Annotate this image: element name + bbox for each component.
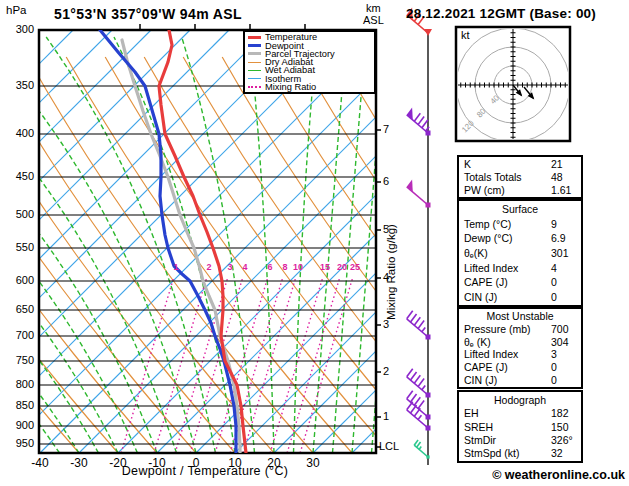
temp-tick-label: 20 [257,456,291,470]
km-tick-label: 3 [383,318,389,330]
asl-axis-unit: ASL [363,14,384,26]
stats-row: CIN (J)0 [459,289,581,304]
stats-value: 150 [551,421,569,433]
stats-value: 0 [551,361,557,373]
stats-value: 48 [551,171,563,183]
temp-tick-label: -20 [101,456,135,470]
mixing-ratio-line [287,278,340,453]
legend-swatch [248,70,261,71]
stats-value: 301 [551,247,569,259]
wet-adiabat-line [250,37,275,453]
stats-value: 304 [551,336,569,348]
temp-tick-label: -40 [23,456,57,470]
stats-label: θₑ (K) [464,336,491,348]
copyright: © weatheronline.co.uk [455,468,625,482]
stats-value: 3 [551,348,557,360]
stats-label: EH [464,407,479,419]
km-tick-label: 7 [383,123,389,135]
lcl-label: LCL [379,440,399,452]
legend-swatch [248,62,261,63]
dry-adiabat-line [0,57,157,453]
stats-label: CIN (J) [464,291,497,303]
stats-value: 182 [551,407,569,419]
stats-value: 326° [551,434,573,446]
datetime-label: 28.12.2021 12GMT (Base: 00) [406,6,596,21]
wet-adiabat-line [114,37,235,453]
temp-tick-label: -30 [62,456,96,470]
stats-table-header: Most Unstable [459,310,581,323]
pressure-tick-label: 750 [0,354,34,366]
stats-row: StmDir326° [459,433,581,446]
stats-row: SREH150 [459,420,581,433]
stats-label: θₑ(K) [464,247,488,259]
pressure-tick-label: 550 [0,241,34,253]
km-tick-label: 6 [383,175,389,187]
stats-row: CIN (J)0 [459,373,581,386]
stats-row: Dewp (°C)6.9 [459,231,581,246]
stats-label: Pressure (mb) [464,323,531,335]
barb-marker [426,131,431,136]
dry-adiabat-line [0,57,40,453]
dry-adiabat-line [0,57,118,453]
mixing-ratio-value: 25 [347,262,363,272]
mixing-ratio-value: 1 [168,262,184,272]
stats-row: CAPE (J)0 [459,361,581,374]
stats-label: Totals Totals [464,171,522,183]
wind-barb [407,311,431,340]
temp-tick-label: -10 [140,456,174,470]
stats-row: PW (cm)1.61 [459,183,581,196]
stats-table-header: Surface [459,202,581,217]
pressure-tick-label: 800 [0,378,34,390]
legend-label: Mixing Ratio [265,83,316,91]
stats-row: EH182 [459,406,581,419]
stats-value: 21 [551,158,563,170]
wet-adiabat-line [411,37,444,453]
isotherm-line [0,30,229,453]
stats-row: Totals Totals48 [459,171,581,184]
stats-value: 0 [551,276,557,288]
stats-table: HodographEH182SREH150StmDir326°StmSpd (k… [457,390,583,463]
mixing-ratio-value: 10 [290,262,306,272]
wind-barb [407,108,431,136]
barb-marker [426,415,431,420]
pressure-tick-label: 950 [0,437,34,449]
mixing-ratio-value: 2 [201,262,217,272]
stats-label: Temp (°C) [464,218,511,230]
pressure-tick-label: 500 [0,208,34,220]
stats-row: θₑ(K)301 [459,246,581,261]
barb-marker [426,455,429,458]
stats-value: 1.61 [551,184,571,196]
km-tick-label: 2 [383,365,389,377]
skewt-chart: 4080120 51°53'N 357°09'W 94m ASL 28.12.2… [0,0,629,486]
stats-value: 9 [551,218,557,230]
pressure-tick-label: 400 [0,127,34,139]
temp-tick-label: 30 [296,456,330,470]
mixing-ratio-value: 6 [262,262,278,272]
stats-value: 6.9 [551,232,566,244]
wet-adiabat-line [313,37,346,453]
wind-barb [414,440,429,459]
stats-label: SREH [464,421,493,433]
legend-swatch [248,86,261,88]
stats-label: CIN (J) [464,374,497,386]
km-tick-label: 5 [383,223,389,235]
stats-label: CAPE (J) [464,361,508,373]
stats-label: Dewp (°C) [464,232,513,244]
legend-swatch [248,78,261,79]
pressure-tick-label: 900 [0,419,34,431]
stats-row: StmSpd (kt)32 [459,447,581,460]
km-axis-unit: km [366,2,381,14]
stats-label: StmDir [464,434,496,446]
dry-adiabat-line [0,57,1,453]
wind-barb [407,180,431,208]
stats-label: StmSpd (kt) [464,447,519,459]
stats-table-header: Hodograph [459,393,581,406]
stats-value: 0 [551,374,557,386]
wet-adiabat-line [352,37,385,453]
legend-swatch [248,36,261,39]
temp-tick-label: 10 [218,456,252,470]
pressure-tick-label: 300 [0,23,34,35]
pressure-tick-label: 850 [0,399,34,411]
pressure-tick-label: 450 [0,170,34,182]
pressure-tick-label: 700 [0,329,34,341]
